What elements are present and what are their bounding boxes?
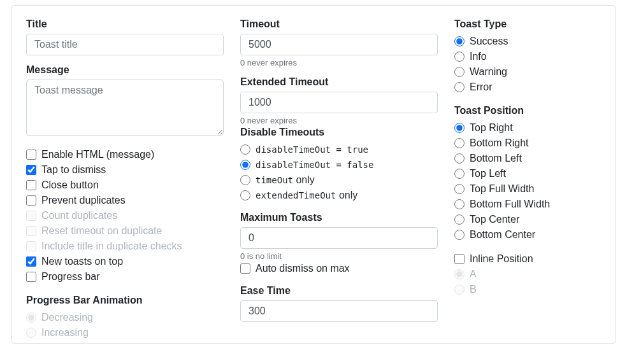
timeout-only-code: timeOut — [256, 175, 293, 185]
radio-row-top-full-width: Top Full Width — [454, 181, 601, 197]
check-row-new-toasts-on-top: New toasts on top — [26, 254, 224, 269]
timeout-only-radio[interactable] — [240, 175, 250, 185]
error-label: Error — [470, 81, 493, 93]
extended-timeout-input[interactable] — [240, 92, 438, 113]
ease-time-label: Ease Time — [240, 285, 438, 297]
new-toasts-on-top-label: New toasts on top — [41, 256, 123, 267]
radio-row-success: Success — [454, 34, 601, 49]
radio-row-a: A — [454, 267, 601, 282]
success-label: Success — [470, 36, 508, 47]
radio-row-top-center: Top Center — [454, 212, 601, 227]
reset-timeout-on-duplicate-label: Reset timeout on duplicate — [41, 225, 162, 237]
radio-row-error: Error — [454, 80, 601, 95]
column-middle: Timeout 0 never expires Extended Timeout… — [240, 18, 438, 340]
include-title-in-duplicate-checks-label: Include title in duplicate checks — [41, 241, 182, 252]
decreasing-radio — [26, 312, 36, 323]
bottom-left-radio[interactable] — [454, 153, 465, 164]
disable-true-radio[interactable] — [240, 144, 250, 155]
progress-bar-animation-group: DecreasingIncreasing — [26, 310, 224, 340]
toast-position-group: Top RightBottom RightBottom LeftTop Left… — [454, 120, 601, 242]
message-label: Message — [26, 64, 224, 76]
tap-to-dismiss-label: Tap to dismiss — [41, 164, 106, 176]
b-radio — [454, 284, 465, 295]
radio-row-bottom-left: Bottom Left — [454, 151, 601, 166]
b-label: B — [470, 284, 477, 295]
disable-timeouts-heading: Disable Timeouts — [240, 127, 438, 138]
prevent-duplicates-label: Prevent duplicates — [41, 195, 126, 206]
bottom-right-radio[interactable] — [454, 138, 465, 148]
column-left: Title Message Enable HTML (message)Tap t… — [26, 18, 224, 340]
warning-label: Warning — [470, 66, 507, 78]
increasing-label: Increasing — [41, 327, 89, 339]
disable-true-code: disableTimeOut = true — [256, 144, 368, 155]
message-textarea[interactable] — [26, 80, 224, 136]
count-duplicates-checkbox — [26, 211, 36, 221]
top-center-label: Top Center — [470, 214, 519, 225]
bottom-center-label: Bottom Center — [470, 229, 535, 241]
options-checkbox-group: Enable HTML (message)Tap to dismissClose… — [26, 147, 224, 284]
close-button-label: Close button — [41, 179, 99, 191]
disable-false-label: disableTimeOut = false — [256, 159, 373, 171]
inline-position-label: Inline Position — [470, 253, 533, 265]
radio-row-info: Info — [454, 49, 601, 64]
toast-type-group: SuccessInfoWarningError — [454, 34, 601, 95]
success-radio[interactable] — [454, 36, 465, 46]
extended-only-label: extendedTimeOut only — [256, 190, 357, 201]
extended-timeout-label: Extended Timeout — [240, 76, 438, 88]
extended-only-radio[interactable] — [240, 190, 250, 200]
config-card: Title Message Enable HTML (message)Tap t… — [11, 5, 616, 344]
timeout-input[interactable] — [240, 34, 438, 55]
bottom-right-label: Bottom Right — [470, 137, 528, 149]
warning-radio[interactable] — [454, 67, 465, 77]
enable-html-checkbox[interactable] — [26, 150, 36, 160]
inline-position-group: AB — [454, 267, 601, 297]
ease-time-input[interactable] — [240, 300, 438, 322]
radio-row-b: B — [454, 282, 601, 297]
column-right: Toast Type SuccessInfoWarningError Toast… — [454, 18, 601, 340]
progress-bar-checkbox[interactable] — [26, 272, 36, 282]
prevent-duplicates-checkbox[interactable] — [26, 195, 36, 206]
auto-dismiss-checkbox[interactable] — [240, 263, 250, 274]
check-row-tap-to-dismiss: Tap to dismiss — [26, 162, 224, 178]
reset-timeout-on-duplicate-checkbox — [26, 226, 36, 236]
title-input[interactable] — [26, 34, 224, 55]
disable-timeouts-group: disableTimeOut = truedisableTimeOut = fa… — [240, 142, 438, 203]
top-right-radio[interactable] — [454, 123, 465, 133]
info-radio[interactable] — [454, 52, 465, 62]
a-radio — [454, 269, 465, 279]
bottom-center-radio[interactable] — [454, 230, 465, 240]
top-left-radio[interactable] — [454, 169, 465, 179]
enable-html-label: Enable HTML (message) — [41, 149, 154, 160]
maximum-toasts-input[interactable] — [240, 227, 438, 249]
radio-row-top-right: Top Right — [454, 120, 601, 136]
close-button-checkbox[interactable] — [26, 180, 36, 190]
radio-row-bottom-center: Bottom Center — [454, 227, 601, 242]
radio-row-extended-only: extendedTimeOut only — [240, 188, 438, 203]
inline-position-checkbox[interactable] — [454, 254, 465, 264]
check-row-prevent-duplicates: Prevent duplicates — [26, 193, 224, 208]
progress-bar-animation-heading: Progress Bar Animation — [26, 295, 224, 306]
radio-row-timeout-only: timeOut only — [240, 172, 438, 188]
extended-only-code: extendedTimeOut — [256, 190, 336, 200]
top-left-label: Top Left — [470, 168, 506, 179]
disable-false-code: disableTimeOut = false — [256, 160, 373, 170]
radio-row-warning: Warning — [454, 64, 601, 80]
radio-row-bottom-full-width: Bottom Full Width — [454, 197, 601, 212]
decreasing-label: Decreasing — [41, 312, 93, 323]
tap-to-dismiss-checkbox[interactable] — [26, 165, 36, 175]
bottom-full-width-radio[interactable] — [454, 199, 465, 209]
disable-true-label: disableTimeOut = true — [256, 144, 368, 155]
disable-false-radio[interactable] — [240, 160, 250, 170]
extended-timeout-hint: 0 never expires — [240, 116, 438, 125]
new-toasts-on-top-checkbox[interactable] — [26, 256, 36, 267]
radio-row-increasing: Increasing — [26, 325, 224, 340]
radio-row-decreasing: Decreasing — [26, 310, 224, 325]
error-radio[interactable] — [454, 82, 465, 92]
auto-dismiss-label: Auto dismiss on max — [256, 263, 350, 274]
top-center-radio[interactable] — [454, 214, 465, 225]
check-row-progress-bar: Progress bar — [26, 269, 224, 284]
a-label: A — [470, 269, 477, 280]
maximum-toasts-hint: 0 is no limit — [240, 251, 438, 261]
top-full-width-radio[interactable] — [454, 184, 465, 194]
timeout-label: Timeout — [240, 18, 438, 30]
